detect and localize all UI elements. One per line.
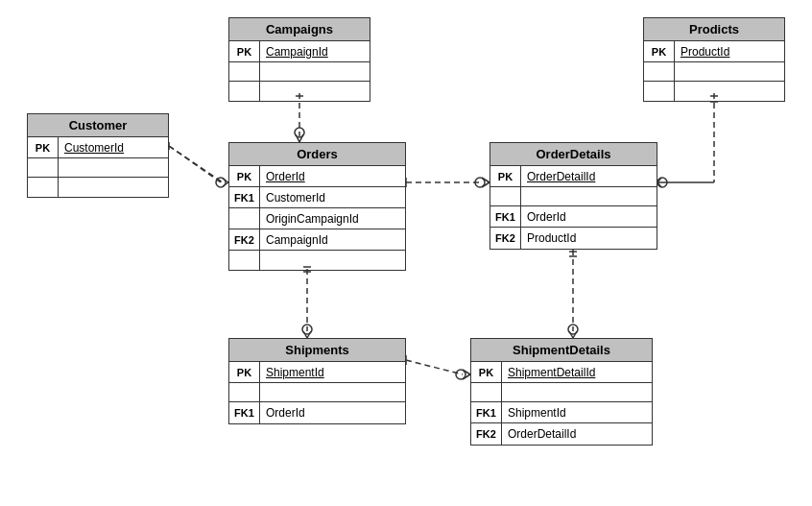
svg-line-35 — [406, 360, 463, 374]
table-shipmentdetails-header: ShipmentDetails — [471, 339, 652, 362]
orders-field-customerid: CustomerId — [260, 187, 331, 207]
svg-line-26 — [303, 331, 307, 338]
orders-fk2-label: FK2 — [229, 229, 260, 250]
table-customer: Customer PK CustomerId — [27, 113, 169, 198]
svg-point-10 — [295, 128, 304, 137]
svg-line-37 — [463, 370, 470, 374]
svg-line-5 — [169, 146, 221, 182]
orderdetails-field-productid: ProductId — [521, 228, 582, 249]
svg-line-20 — [657, 178, 661, 182]
svg-point-15 — [475, 178, 485, 187]
orders-fk-empty — [229, 208, 260, 229]
prodicts-pk-label: PK — [644, 41, 675, 61]
svg-line-38 — [463, 374, 470, 379]
svg-point-34 — [568, 325, 578, 334]
table-orders: Orders PK OrderId FK1 CustomerId OriginC… — [228, 142, 406, 271]
svg-line-9 — [299, 134, 303, 142]
diagram-container: Customer PK CustomerId Campaigns PK Camp… — [0, 0, 812, 506]
svg-line-14 — [482, 182, 490, 187]
svg-line-32 — [569, 331, 573, 338]
table-shipments-header: Shipments — [229, 339, 405, 362]
svg-line-27 — [307, 331, 311, 338]
campaigns-pk-label: PK — [229, 41, 260, 61]
prodicts-field-productid: ProductId — [675, 41, 735, 61]
orders-pk-label: PK — [229, 166, 260, 186]
shipments-field-orderid: OrderId — [260, 402, 311, 423]
orderdetails-pk-label: PK — [490, 166, 521, 186]
table-orders-header: Orders — [229, 143, 405, 166]
svg-line-13 — [482, 178, 490, 182]
shipmentdetails-fk2-label: FK2 — [471, 423, 502, 445]
table-campaigns: Campaigns PK CampaignId — [228, 17, 370, 102]
svg-point-4 — [216, 178, 226, 187]
table-prodicts: Prodicts PK ProductId — [643, 17, 785, 102]
shipmentdetails-fk1-label: FK1 — [471, 402, 502, 422]
campaigns-field-campaignid: CampaignId — [260, 41, 334, 61]
table-customer-header: Customer — [28, 114, 168, 137]
orders-field-campaignid: CampaignId — [260, 229, 334, 250]
orders-fk1-label: FK1 — [229, 187, 260, 207]
orderdetails-fk1-label: FK1 — [490, 206, 521, 227]
shipments-fk1-label: FK1 — [229, 402, 260, 423]
shipmentdetails-field-orderdetailid: OrderDetailId — [502, 423, 582, 445]
orders-field-orderid: OrderId — [260, 166, 311, 186]
table-shipmentdetails: ShipmentDetails PK ShipmentDetailId FK1 … — [470, 338, 653, 446]
svg-point-28 — [302, 325, 312, 334]
shipments-pk-label: PK — [229, 362, 260, 382]
table-orderdetails: OrderDetails PK OrderDetailId FK1 OrderI… — [490, 142, 657, 250]
svg-point-39 — [456, 370, 466, 379]
shipmentdetails-field-shipmentid: ShipmentId — [502, 402, 572, 422]
svg-point-22 — [657, 178, 667, 187]
orderdetails-field-orderdetailid: OrderDetailId — [521, 166, 601, 186]
table-shipments: Shipments PK ShipmentId FK1 OrderId — [228, 338, 406, 424]
svg-line-0 — [169, 146, 223, 182]
table-orderdetails-header: OrderDetails — [490, 143, 657, 166]
table-campaigns-header: Campaigns — [229, 18, 370, 41]
customer-field-customerid: CustomerId — [59, 137, 130, 157]
customer-pk-label: PK — [28, 137, 59, 157]
svg-line-21 — [657, 182, 661, 187]
shipments-field-shipmentid: ShipmentId — [260, 362, 330, 382]
shipmentdetails-field-shipmentdetailid: ShipmentDetailId — [502, 362, 601, 382]
shipmentdetails-pk-label: PK — [471, 362, 502, 382]
orderdetails-field-orderid: OrderId — [521, 206, 572, 227]
svg-line-33 — [573, 331, 577, 338]
svg-line-8 — [296, 134, 299, 142]
table-prodicts-header: Prodicts — [644, 18, 784, 41]
orderdetails-fk2-label: FK2 — [490, 228, 521, 249]
orders-field-origincampaignid: OriginCampaignId — [260, 208, 365, 229]
